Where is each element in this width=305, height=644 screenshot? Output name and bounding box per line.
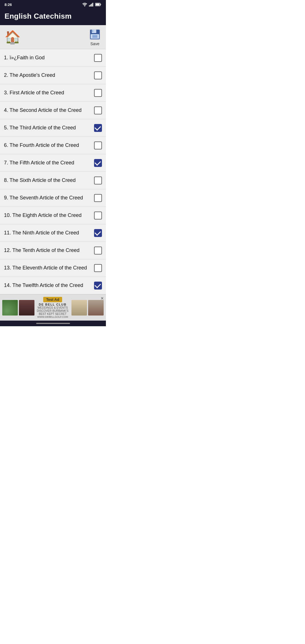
ad-brand: DE BELL CLUB (36, 303, 70, 306)
time-display: 8:26 (5, 3, 12, 7)
app-title: English Catechism (5, 12, 101, 21)
home-button[interactable]: 🏠 (5, 29, 20, 45)
ad-subtitle: WEDDINGS & EVENTS (36, 306, 70, 309)
ad-left-images (2, 300, 34, 316)
list-item[interactable]: 4. The Second Article of the Creed (0, 102, 106, 119)
catechism-list: 1. ï»¿Faith in God2. The Apostle's Creed… (0, 49, 106, 294)
ad-right-images (71, 300, 104, 316)
list-item-label: 9. The Seventh Article of the Creed (4, 195, 94, 201)
list-item[interactable]: 12. The Tenth Article of the Creed (0, 242, 106, 259)
svg-rect-13 (92, 35, 97, 38)
list-item[interactable]: 13. The Eleventh Article of the Creed (0, 259, 106, 277)
list-item-checkbox[interactable] (94, 212, 102, 219)
list-item-checkbox[interactable] (94, 89, 102, 97)
list-item-checkbox[interactable] (94, 177, 102, 184)
list-item[interactable]: 11. The Ninth Article of the Creed (0, 224, 106, 242)
list-item-label: 6. The Fourth Article of the Creed (4, 142, 94, 148)
ad-test-label: Test Ad (43, 297, 62, 302)
list-item[interactable]: 1. ï»¿Faith in God (0, 49, 106, 67)
ad-banner: Test Ad DE BELL CLUB WEDDINGS & EVENTS D… (0, 294, 106, 321)
list-item-label: 14. The Twelfth Article of the Creed (4, 282, 94, 288)
list-item[interactable]: 5. The Third Article of the Creed (0, 119, 106, 137)
list-item-checkbox[interactable] (94, 142, 102, 149)
wifi-icon (82, 3, 87, 6)
list-item-checkbox[interactable] (94, 124, 102, 132)
svg-rect-11 (92, 30, 93, 32)
list-item[interactable]: 14. The Twelfth Article of the Creed (0, 277, 106, 294)
ad-image-4 (88, 300, 104, 316)
list-item-checkbox[interactable] (94, 194, 102, 202)
list-item-label: 11. The Ninth Article of the Creed (4, 230, 94, 236)
status-bar: 8:26 (0, 0, 106, 9)
list-item-label: 3. First Article of the Creed (4, 90, 94, 96)
list-item-label: 10. The Eighth Article of the Creed (4, 212, 94, 218)
list-item[interactable]: 10. The Eighth Article of the Creed (0, 207, 106, 224)
svg-rect-0 (89, 5, 90, 6)
svg-rect-3 (92, 3, 93, 6)
list-item-checkbox[interactable] (94, 106, 102, 114)
list-item-label: 8. The Sixth Article of the Creed (4, 177, 94, 183)
ad-center-text: Test Ad DE BELL CLUB WEDDINGS & EVENTS D… (34, 297, 71, 318)
save-button[interactable]: Save (88, 28, 101, 46)
ad-image-1 (2, 300, 18, 316)
title-bar: English Catechism (0, 9, 106, 25)
list-item-label: 12. The Tenth Article of the Creed (4, 247, 94, 253)
home-icon: 🏠 (5, 31, 21, 43)
list-item[interactable]: 7. The Fifth Article of the Creed (0, 154, 106, 172)
list-item-checkbox[interactable] (94, 159, 102, 167)
svg-rect-6 (96, 4, 100, 6)
save-label: Save (90, 42, 99, 46)
list-item-checkbox[interactable] (94, 54, 102, 62)
list-item-checkbox[interactable] (94, 229, 102, 237)
svg-rect-1 (90, 5, 91, 6)
svg-rect-2 (91, 4, 92, 6)
list-item-label: 1. ï»¿Faith in God (4, 55, 94, 61)
ad-image-2 (19, 300, 34, 316)
list-item-label: 7. The Fifth Article of the Creed (4, 160, 94, 166)
save-disk-icon (88, 28, 101, 41)
list-item[interactable]: 9. The Seventh Article of the Creed (0, 189, 106, 207)
list-item-label: 13. The Eleventh Article of the Creed (4, 265, 94, 271)
list-item-checkbox[interactable] (94, 247, 102, 254)
list-item[interactable]: 6. The Fourth Article of the Creed (0, 137, 106, 154)
list-item[interactable]: 2. The Apostle's Creed (0, 67, 106, 84)
list-item[interactable]: 3. First Article of the Creed (0, 84, 106, 102)
svg-rect-5 (101, 4, 101, 5)
ad-url: WWW.DEBELLGOLF.COM (36, 316, 70, 318)
ad-tagline: DISCOVER BURBANK'S BEST KEPT SECRET (36, 309, 70, 316)
list-item-checkbox[interactable] (94, 282, 102, 290)
nav-bar (0, 321, 106, 326)
list-item-checkbox[interactable] (94, 264, 102, 272)
toolbar: 🏠 Save (0, 25, 106, 49)
list-item-label: 4. The Second Article of the Creed (4, 107, 94, 113)
list-item-label: 2. The Apostle's Creed (4, 72, 94, 78)
list-item-label: 5. The Third Article of the Creed (4, 125, 94, 131)
ad-image-3 (71, 300, 87, 316)
nav-indicator (36, 323, 70, 324)
signal-icon (89, 3, 93, 6)
status-icons (82, 3, 101, 6)
list-item-checkbox[interactable] (94, 71, 102, 79)
battery-icon (95, 3, 101, 6)
ad-content: Test Ad DE BELL CLUB WEDDINGS & EVENTS D… (2, 297, 104, 318)
list-item[interactable]: 8. The Sixth Article of the Creed (0, 172, 106, 189)
ad-close-button[interactable]: ✕ (100, 296, 105, 301)
